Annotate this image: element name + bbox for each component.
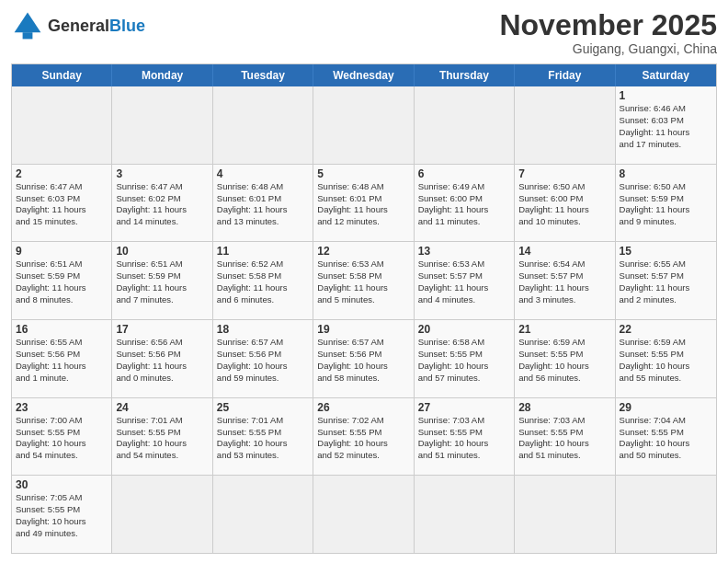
svg-marker-0 bbox=[15, 13, 41, 33]
day-number: 26 bbox=[317, 401, 409, 414]
day-number: 11 bbox=[217, 245, 309, 258]
page: GeneralBlue November 2025 Guigang, Guang… bbox=[0, 0, 728, 563]
day-number: 28 bbox=[518, 401, 610, 414]
week-row-3: 16Sunrise: 6:55 AM Sunset: 5:56 PM Dayli… bbox=[12, 320, 716, 398]
day-cell: 2Sunrise: 6:47 AM Sunset: 6:03 PM Daylig… bbox=[12, 165, 112, 242]
day-cell: 7Sunrise: 6:50 AM Sunset: 6:00 PM Daylig… bbox=[515, 165, 615, 242]
day-cell: 28Sunrise: 7:03 AM Sunset: 5:55 PM Dayli… bbox=[515, 398, 615, 476]
calendar-body: 1Sunrise: 6:46 AM Sunset: 6:03 PM Daylig… bbox=[12, 86, 716, 553]
day-cell: 16Sunrise: 6:55 AM Sunset: 5:56 PM Dayli… bbox=[12, 320, 112, 397]
day-info: Sunrise: 6:48 AM Sunset: 6:01 PM Dayligh… bbox=[217, 181, 309, 228]
day-cell bbox=[616, 476, 716, 553]
day-number: 27 bbox=[418, 401, 510, 414]
day-number: 29 bbox=[620, 401, 712, 414]
day-info: Sunrise: 6:57 AM Sunset: 5:56 PM Dayligh… bbox=[317, 337, 409, 384]
day-info: Sunrise: 6:53 AM Sunset: 5:58 PM Dayligh… bbox=[317, 259, 409, 305]
day-cell: 20Sunrise: 6:58 AM Sunset: 5:55 PM Dayli… bbox=[415, 320, 515, 397]
day-header-saturday: Saturday bbox=[616, 64, 716, 86]
week-row-4: 23Sunrise: 7:00 AM Sunset: 5:55 PM Dayli… bbox=[12, 398, 716, 477]
day-info: Sunrise: 6:55 AM Sunset: 5:56 PM Dayligh… bbox=[16, 337, 108, 384]
title-block: November 2025 Guigang, Guangxi, China bbox=[499, 9, 717, 56]
location: Guigang, Guangxi, China bbox=[499, 41, 717, 56]
day-info: Sunrise: 7:05 AM Sunset: 5:55 PM Dayligh… bbox=[16, 492, 108, 539]
day-cell: 19Sunrise: 6:57 AM Sunset: 5:56 PM Dayli… bbox=[313, 320, 414, 397]
day-header-monday: Monday bbox=[112, 64, 212, 86]
day-cell: 18Sunrise: 6:57 AM Sunset: 5:56 PM Dayli… bbox=[213, 320, 313, 397]
day-info: Sunrise: 6:50 AM Sunset: 6:00 PM Dayligh… bbox=[518, 181, 610, 228]
day-cell: 17Sunrise: 6:56 AM Sunset: 5:56 PM Dayli… bbox=[112, 320, 212, 397]
day-cell: 15Sunrise: 6:55 AM Sunset: 5:57 PM Dayli… bbox=[616, 242, 716, 319]
day-header-sunday: Sunday bbox=[12, 64, 112, 86]
day-info: Sunrise: 6:54 AM Sunset: 5:57 PM Dayligh… bbox=[518, 259, 610, 305]
day-info: Sunrise: 7:01 AM Sunset: 5:55 PM Dayligh… bbox=[217, 415, 309, 462]
day-number: 23 bbox=[16, 401, 108, 414]
day-info: Sunrise: 6:47 AM Sunset: 6:02 PM Dayligh… bbox=[116, 181, 208, 228]
day-number: 14 bbox=[518, 245, 610, 258]
week-row-5: 30Sunrise: 7:05 AM Sunset: 5:55 PM Dayli… bbox=[12, 476, 716, 553]
day-number: 6 bbox=[418, 167, 510, 180]
day-number: 15 bbox=[620, 245, 712, 258]
day-cell: 8Sunrise: 6:50 AM Sunset: 5:59 PM Daylig… bbox=[616, 165, 716, 242]
day-cell: 23Sunrise: 7:00 AM Sunset: 5:55 PM Dayli… bbox=[12, 398, 112, 476]
logo-text: GeneralBlue bbox=[48, 17, 145, 36]
day-cell bbox=[415, 86, 515, 164]
day-info: Sunrise: 6:52 AM Sunset: 5:58 PM Dayligh… bbox=[217, 259, 309, 305]
day-number: 16 bbox=[16, 323, 108, 336]
day-number: 4 bbox=[217, 167, 309, 180]
day-cell: 10Sunrise: 6:51 AM Sunset: 5:59 PM Dayli… bbox=[112, 242, 212, 319]
day-number: 8 bbox=[620, 167, 712, 180]
day-cell: 4Sunrise: 6:48 AM Sunset: 6:01 PM Daylig… bbox=[213, 165, 313, 242]
day-cell bbox=[415, 476, 515, 553]
day-number: 10 bbox=[116, 245, 208, 258]
day-cell bbox=[213, 86, 313, 164]
day-info: Sunrise: 7:00 AM Sunset: 5:55 PM Dayligh… bbox=[16, 415, 108, 462]
day-info: Sunrise: 6:49 AM Sunset: 6:00 PM Dayligh… bbox=[418, 181, 510, 228]
day-cell bbox=[112, 86, 212, 164]
day-info: Sunrise: 6:47 AM Sunset: 6:03 PM Dayligh… bbox=[16, 181, 108, 228]
day-info: Sunrise: 7:03 AM Sunset: 5:55 PM Dayligh… bbox=[418, 415, 510, 462]
day-cell: 22Sunrise: 6:59 AM Sunset: 5:55 PM Dayli… bbox=[616, 320, 716, 397]
day-cell bbox=[12, 86, 112, 164]
day-info: Sunrise: 6:59 AM Sunset: 5:55 PM Dayligh… bbox=[518, 337, 610, 384]
day-info: Sunrise: 6:48 AM Sunset: 6:01 PM Dayligh… bbox=[317, 181, 409, 228]
week-row-2: 9Sunrise: 6:51 AM Sunset: 5:59 PM Daylig… bbox=[12, 242, 716, 320]
day-number: 13 bbox=[418, 245, 510, 258]
day-number: 22 bbox=[620, 323, 712, 336]
day-number: 21 bbox=[518, 323, 610, 336]
day-cell: 14Sunrise: 6:54 AM Sunset: 5:57 PM Dayli… bbox=[515, 242, 615, 319]
day-cell bbox=[313, 86, 414, 164]
day-number: 9 bbox=[16, 245, 108, 258]
day-number: 30 bbox=[16, 478, 108, 491]
day-number: 19 bbox=[317, 323, 409, 336]
day-cell: 27Sunrise: 7:03 AM Sunset: 5:55 PM Dayli… bbox=[415, 398, 515, 476]
logo: GeneralBlue bbox=[11, 9, 145, 42]
day-number: 2 bbox=[16, 167, 108, 180]
day-info: Sunrise: 6:46 AM Sunset: 6:03 PM Dayligh… bbox=[620, 103, 712, 150]
day-cell: 24Sunrise: 7:01 AM Sunset: 5:55 PM Dayli… bbox=[112, 398, 212, 476]
day-cell: 26Sunrise: 7:02 AM Sunset: 5:55 PM Dayli… bbox=[313, 398, 414, 476]
day-number: 7 bbox=[518, 167, 610, 180]
day-info: Sunrise: 6:53 AM Sunset: 5:57 PM Dayligh… bbox=[418, 259, 510, 305]
day-number: 24 bbox=[116, 401, 208, 414]
day-info: Sunrise: 6:50 AM Sunset: 5:59 PM Dayligh… bbox=[620, 181, 712, 228]
logo-icon bbox=[11, 9, 44, 42]
day-cell bbox=[313, 476, 414, 553]
day-cell: 30Sunrise: 7:05 AM Sunset: 5:55 PM Dayli… bbox=[12, 476, 112, 553]
day-info: Sunrise: 6:57 AM Sunset: 5:56 PM Dayligh… bbox=[217, 337, 309, 384]
day-header-thursday: Thursday bbox=[415, 64, 515, 86]
day-info: Sunrise: 7:04 AM Sunset: 5:55 PM Dayligh… bbox=[620, 415, 712, 462]
day-cell: 3Sunrise: 6:47 AM Sunset: 6:02 PM Daylig… bbox=[112, 165, 212, 242]
day-info: Sunrise: 6:59 AM Sunset: 5:55 PM Dayligh… bbox=[620, 337, 712, 384]
day-number: 25 bbox=[217, 401, 309, 414]
day-headers: SundayMondayTuesdayWednesdayThursdayFrid… bbox=[12, 64, 716, 86]
day-number: 17 bbox=[116, 323, 208, 336]
day-cell: 13Sunrise: 6:53 AM Sunset: 5:57 PM Dayli… bbox=[415, 242, 515, 319]
header: GeneralBlue November 2025 Guigang, Guang… bbox=[11, 9, 717, 56]
day-cell: 21Sunrise: 6:59 AM Sunset: 5:55 PM Dayli… bbox=[515, 320, 615, 397]
day-cell bbox=[112, 476, 212, 553]
day-cell: 12Sunrise: 6:53 AM Sunset: 5:58 PM Dayli… bbox=[313, 242, 414, 319]
day-number: 1 bbox=[620, 89, 712, 102]
day-info: Sunrise: 6:58 AM Sunset: 5:55 PM Dayligh… bbox=[418, 337, 510, 384]
day-info: Sunrise: 7:01 AM Sunset: 5:55 PM Dayligh… bbox=[116, 415, 208, 462]
day-header-wednesday: Wednesday bbox=[313, 64, 414, 86]
